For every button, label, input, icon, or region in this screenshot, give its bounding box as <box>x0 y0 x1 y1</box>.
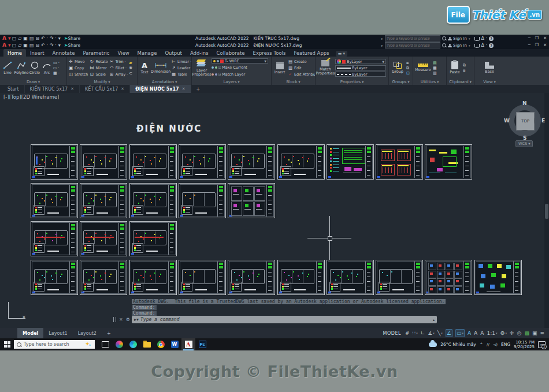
trim-tool[interactable]: ✂Trim · <box>109 59 128 65</box>
layout-tab-+[interactable]: + <box>102 328 116 338</box>
drag-handle-icon[interactable] <box>113 317 116 322</box>
viewcube-south[interactable]: S <box>523 135 526 141</box>
taskbar-app-autocad[interactable]: A <box>181 338 195 350</box>
command-line-controls[interactable]: ✕ ⚙ <box>113 317 130 322</box>
offset-icon[interactable]: ⊂ <box>129 71 132 76</box>
ribbon-tab-parametric[interactable]: Parametric <box>79 49 113 57</box>
qat-icon-6[interactable]: ↷ · <box>50 35 57 42</box>
leader-tool[interactable]: ↗Leader · <box>171 65 191 71</box>
file-tab-+[interactable]: + <box>191 85 206 93</box>
measure-tool[interactable]: Measure <box>414 64 432 72</box>
ribbon-tab-insert[interactable]: Insert <box>26 49 48 57</box>
file-tab-kết-cấu-5x17[interactable]: KẾT CẤU 5x17✕ <box>80 85 130 93</box>
qat-icon-0[interactable]: ▢ <box>12 35 17 42</box>
quick-access-toolbar[interactable]: ▢▱▣▤⊟↶ ·↷ ·▾ <box>12 42 61 48</box>
clock[interactable]: 10:15 PM 9/20/2025 <box>514 340 535 349</box>
utilities-panel-label[interactable]: Utilities <box>413 79 446 85</box>
match-properties-tool[interactable]: Match Properties <box>317 60 334 76</box>
app-store-cart-icon[interactable] <box>474 37 480 40</box>
copy-tool[interactable]: ▣Copy <box>68 65 88 71</box>
qat-icon-7[interactable]: ▾ <box>58 42 61 48</box>
start-button[interactable] <box>0 338 14 350</box>
make-current-button[interactable]: ⍗ Make Current <box>212 65 270 70</box>
search-icon[interactable] <box>442 43 446 47</box>
layout-tab-layout2[interactable]: Layout2 <box>73 328 102 338</box>
ribbon-tab-manage[interactable]: Manage <box>133 49 161 57</box>
share-button[interactable]: Share <box>68 36 80 41</box>
rotate-tool[interactable]: ↻Rotate <box>89 59 107 65</box>
file-tab-kiến-trúc-5x17[interactable]: KIẾN TRÚC 5x17✕ <box>25 85 80 93</box>
file-tab-start[interactable]: Start <box>2 85 25 93</box>
taskbar-app-word[interactable]: W <box>168 338 181 350</box>
autocad-logo-icon[interactable]: A ▾ <box>2 35 11 41</box>
viewcube-west[interactable]: W <box>504 118 510 124</box>
qat-icon-0[interactable]: ▢ <box>12 42 17 48</box>
fillet-tool[interactable]: ◠Fillet · <box>109 65 128 71</box>
layers-panel-label[interactable]: Layers <box>192 79 271 85</box>
draw-extra-tools[interactable]: ▭ · ⬭ · ▦ · <box>53 61 60 76</box>
expand-icon[interactable]: ▴ <box>433 318 435 322</box>
minimize-button[interactable]: ─ <box>528 36 531 40</box>
rectangle-icon[interactable]: ▭ · <box>53 61 60 65</box>
help-icon[interactable]: ? <box>489 36 494 41</box>
status-icon-0[interactable]: # <box>405 330 410 337</box>
layer-select[interactable]: T- WIRE ▼ <box>212 58 268 64</box>
scrollbar-thumb[interactable] <box>545 204 548 219</box>
notification-icon[interactable]: ▭2 <box>538 341 546 348</box>
close-button[interactable]: ✕ <box>543 43 547 47</box>
sign-in-caret-icon[interactable]: ▾ <box>469 37 470 40</box>
status-icon-6[interactable]: ▭▾ <box>455 329 465 337</box>
create-block-tool[interactable]: ▤Create <box>288 59 315 65</box>
qat-icon-2[interactable]: ▣ <box>23 35 28 42</box>
draw-panel-label[interactable]: Draw <box>0 79 66 85</box>
status-icon-8[interactable]: A <box>474 330 477 337</box>
cut-clip-icon[interactable]: ⧈ <box>463 68 466 73</box>
status-icon-15[interactable]: ▣ <box>532 330 537 337</box>
lineweight-select[interactable]: ByLayer <box>335 65 386 70</box>
ribbon-tab-home[interactable]: Home <box>3 49 26 57</box>
status-icon-13[interactable]: ◎ <box>517 330 522 337</box>
expand-arrow-icon[interactable]: ▸ <box>381 43 383 47</box>
qat-icon-3[interactable]: ▤ <box>29 35 34 42</box>
ungroup-icon[interactable]: ⧈ <box>406 61 410 65</box>
autodesk-app-icon[interactable]: Δ · <box>481 43 488 48</box>
ribbon-tab-featured-apps[interactable]: Featured Apps <box>290 49 333 57</box>
ellipse-icon[interactable]: ⬭ · <box>53 66 60 70</box>
share-button[interactable]: Share <box>68 43 80 48</box>
viewcube-top-face[interactable]: TOP <box>516 112 535 130</box>
ribbon-tab-collaborate[interactable]: Collaborate <box>213 49 249 57</box>
autodesk-app-icon[interactable]: Δ · <box>481 36 488 41</box>
autocad-logo-icon[interactable]: A ▾ <box>2 42 11 48</box>
file-tab-điện-nước-5x17[interactable]: ĐIỆN NƯỚC 5x17✕ <box>130 85 191 93</box>
customize-icon[interactable]: ⚙ <box>126 317 130 322</box>
circle-tool[interactable]: Circle <box>29 61 40 75</box>
group-edit-icon[interactable]: ⧉ <box>406 66 410 70</box>
dimension-tool[interactable]: Dimension <box>151 62 170 74</box>
array-tool[interactable]: ⊞Array · <box>109 72 128 77</box>
expand-arrow-icon[interactable]: ▸ <box>381 36 383 40</box>
object-color-select[interactable]: ByLayer ▼ <box>335 59 386 64</box>
mirror-tool[interactable]: ⋈Mirror <box>89 65 107 71</box>
quick-calc-icon[interactable]: ▦ <box>433 66 437 70</box>
qat-icon-7[interactable]: ▾ <box>58 35 61 42</box>
taskbar-app-chrome[interactable] <box>154 338 168 350</box>
ribbon-tab-annotate[interactable]: Annotate <box>49 49 79 57</box>
status-icon-16[interactable]: ≡ <box>540 330 544 337</box>
ribbon-tab-output[interactable]: Output <box>161 49 186 57</box>
line-tool[interactable]: Line <box>1 61 14 75</box>
taskbar-app-pinwheel-app[interactable] <box>112 338 126 350</box>
temperature[interactable]: 26°C Nhiều mây <box>440 342 476 347</box>
ribbon-tab-view[interactable]: View <box>113 49 133 57</box>
status-icon-3[interactable]: ∡▾ <box>428 330 435 337</box>
qat-icon-5[interactable]: ↶ · <box>41 42 48 48</box>
taskbar-app-photoshop[interactable]: Ps <box>195 338 209 350</box>
qat-icon-2[interactable]: ▣ <box>23 42 28 48</box>
volume-icon[interactable]: ◅) <box>493 342 498 347</box>
viewcube-east[interactable]: E <box>541 118 545 124</box>
sign-in-button[interactable]: Sign In <box>453 36 467 41</box>
qat-icon-5[interactable]: ↶ · <box>41 35 48 42</box>
restore-button[interactable]: ❐ <box>535 43 539 47</box>
status-icon-4[interactable]: ╲▾ <box>437 330 443 337</box>
linetype-select[interactable]: ByLayer <box>335 72 386 77</box>
table-tool[interactable]: ▦Table <box>171 72 191 77</box>
